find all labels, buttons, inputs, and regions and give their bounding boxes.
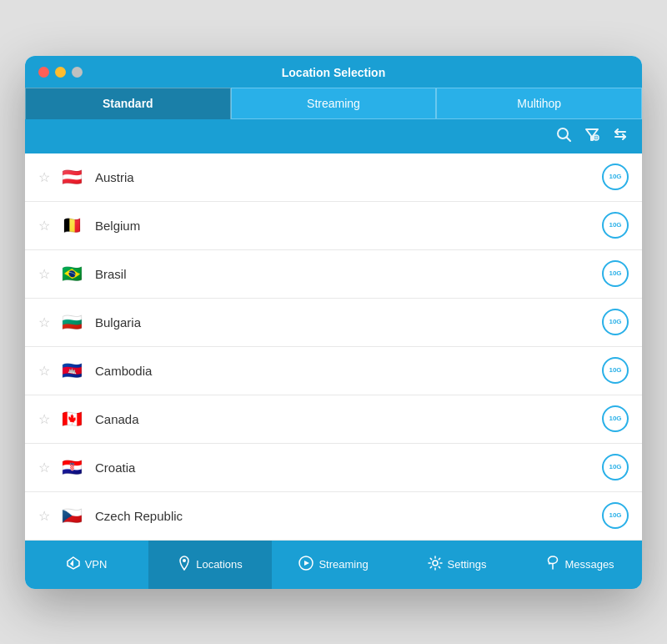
country-name: Brasil (95, 267, 602, 281)
favorite-star-icon[interactable]: ☆ (38, 363, 50, 379)
vpn-icon (67, 556, 80, 573)
country-flag: 🇭🇷 (58, 458, 85, 476)
speed-badge: 10G (602, 357, 629, 384)
list-item[interactable]: ☆ 🇧🇬 Bulgaria 10G (25, 299, 642, 347)
country-flag: 🇦🇹 (58, 168, 85, 186)
bottom-tab-locations[interactable]: Locations (148, 541, 272, 589)
sort-icon[interactable] (612, 126, 629, 147)
country-flag: 🇨🇦 (58, 410, 85, 428)
svg-point-13 (433, 561, 438, 566)
country-flag: 🇧🇬 (58, 313, 85, 331)
country-name: Canada (95, 412, 602, 426)
tab-bar: Standard Streaming Multihop (25, 88, 642, 119)
speed-badge: 10G (602, 164, 629, 190)
bottom-navigation: VPN Locations Streaming (25, 541, 642, 589)
bottom-tab-vpn-label: VPN (85, 558, 108, 571)
bottom-tab-messages-label: Messages (564, 558, 614, 571)
window-title: Location Selection (38, 66, 629, 88)
speed-badge: 10G (602, 502, 629, 529)
maximize-button[interactable] (72, 67, 83, 78)
titlebar: Location Selection (25, 56, 642, 88)
close-button[interactable] (38, 67, 49, 78)
settings-icon (428, 556, 443, 574)
speed-badge: 10G (602, 212, 629, 239)
list-item[interactable]: ☆ 🇨🇦 Canada 10G (25, 395, 642, 444)
country-name: Czech Republic (95, 509, 602, 523)
bottom-tab-streaming[interactable]: Streaming (272, 541, 395, 589)
country-name: Bulgaria (95, 315, 602, 330)
country-name: Belgium (95, 219, 602, 233)
list-item[interactable]: ☆ 🇭🇷 Croatia 10G (25, 444, 642, 492)
favorite-star-icon[interactable]: ☆ (38, 411, 50, 427)
messages-icon (546, 556, 559, 574)
minimize-button[interactable] (55, 67, 66, 78)
list-item[interactable]: ☆ 🇧🇪 Belgium 10G (25, 202, 642, 250)
list-item[interactable]: ☆ 🇧🇷 Brasil 10G (25, 250, 642, 299)
svg-marker-12 (304, 561, 309, 566)
svg-line-1 (567, 137, 571, 141)
bottom-tab-settings-label: Settings (448, 558, 487, 571)
tab-streaming[interactable]: Streaming (231, 88, 437, 119)
speed-badge: 10G (602, 260, 629, 287)
app-window: Location Selection Standard Streaming Mu… (25, 56, 642, 589)
window-controls (38, 67, 83, 78)
favorite-star-icon[interactable]: ☆ (38, 266, 50, 282)
country-name: Cambodia (95, 364, 602, 378)
country-flag: 🇰🇭 (58, 361, 85, 380)
country-name: Croatia (95, 460, 602, 475)
svg-point-10 (183, 559, 186, 562)
list-item[interactable]: ☆ 🇦🇹 Austria 10G (25, 153, 642, 202)
favorite-star-icon[interactable]: ☆ (38, 314, 50, 330)
favorite-star-icon[interactable]: ☆ (38, 169, 50, 185)
speed-badge: 10G (602, 405, 629, 432)
country-flag: 🇧🇷 (58, 264, 85, 283)
favorite-star-icon[interactable]: ☆ (38, 218, 50, 234)
tab-multihop[interactable]: Multihop (436, 88, 642, 119)
toolbar (25, 119, 642, 153)
speed-badge: 10G (602, 454, 629, 480)
list-item[interactable]: ☆ 🇰🇭 Cambodia 10G (25, 347, 642, 395)
country-flag: 🇨🇿 (58, 506, 85, 525)
country-flag: 🇧🇪 (58, 216, 85, 234)
search-icon[interactable] (555, 126, 572, 147)
bottom-tab-vpn[interactable]: VPN (25, 541, 148, 589)
list-item[interactable]: ☆ 🇨🇿 Czech Republic 10G (25, 492, 642, 541)
locations-icon (178, 556, 191, 574)
bottom-tab-streaming-label: Streaming (318, 558, 368, 571)
tab-standard[interactable]: Standard (25, 88, 231, 119)
svg-marker-9 (70, 560, 73, 566)
bottom-tab-settings[interactable]: Settings (395, 541, 519, 589)
speed-badge: 10G (602, 309, 629, 335)
bottom-tab-locations-label: Locations (196, 558, 243, 571)
filter-icon[interactable] (584, 126, 600, 147)
favorite-star-icon[interactable]: ☆ (38, 460, 50, 475)
favorite-star-icon[interactable]: ☆ (38, 508, 50, 524)
bottom-tab-messages[interactable]: Messages (519, 541, 642, 589)
country-name: Austria (95, 170, 602, 184)
country-list: ☆ 🇦🇹 Austria 10G ☆ 🇧🇪 Belgium 10G ☆ 🇧🇷 B… (25, 153, 642, 541)
streaming-icon (298, 556, 313, 574)
